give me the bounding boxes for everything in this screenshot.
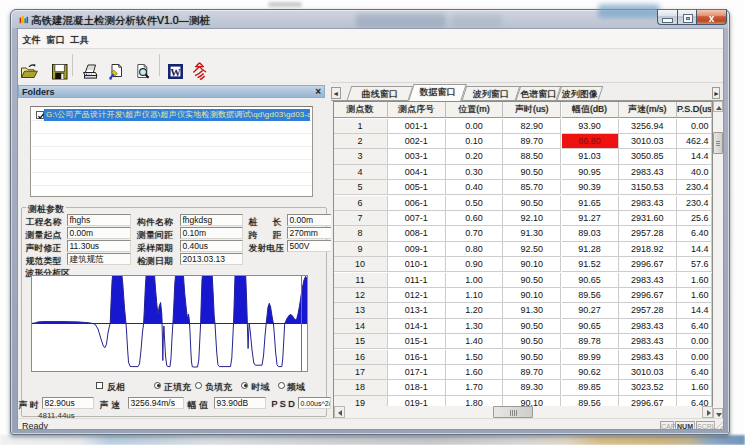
svg-text:W: W	[170, 67, 181, 78]
